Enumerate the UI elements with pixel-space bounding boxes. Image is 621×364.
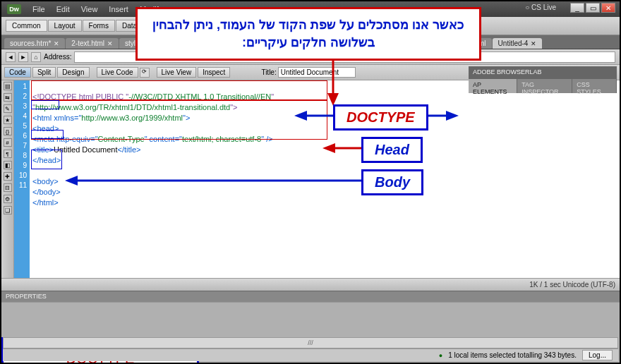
- tab-common[interactable]: Common: [6, 20, 47, 32]
- forward-icon[interactable]: ►: [18, 52, 28, 62]
- tool-icon[interactable]: ⚙: [4, 195, 12, 203]
- highlight-head-close: [31, 130, 64, 139]
- arrow-left-icon: [294, 109, 337, 123]
- minimize-button[interactable]: _: [570, 3, 584, 13]
- tool-icon[interactable]: ¶: [4, 150, 12, 158]
- status-info: 1K / 1 sec Unicode (UTF-8): [529, 281, 615, 289]
- panel-browserlab[interactable]: ADOBE BROWSERLAB: [469, 66, 617, 79]
- footer-bar: ● 1 local items selected totalling 343 b…: [3, 348, 618, 361]
- line-gutter: 1234567891011: [14, 80, 30, 278]
- close-icon[interactable]: ✕: [54, 40, 59, 47]
- highlight-head-open: [31, 100, 59, 109]
- menu-file[interactable]: File: [28, 5, 49, 13]
- menu-insert[interactable]: Insert: [104, 5, 133, 13]
- status-bar: 1K / 1 sec Unicode (UTF-8): [1, 278, 620, 291]
- app-logo: Dw: [7, 4, 21, 14]
- bottom-strip: ///: [3, 337, 618, 348]
- svg-marker-9: [65, 176, 78, 186]
- svg-marker-5: [446, 111, 459, 121]
- properties-panel: [1, 302, 620, 337]
- callout-doctype-label: DOCTYPE: [333, 104, 428, 131]
- doc-tab[interactable]: sources.htm*✕: [4, 38, 65, 49]
- tool-icon[interactable]: ✎: [4, 104, 12, 113]
- tab-layout[interactable]: Layout: [48, 20, 82, 32]
- highlight-body: [31, 150, 62, 169]
- svg-marker-7: [322, 143, 335, 153]
- highlight-doctype: [31, 80, 327, 100]
- code-toolbar: ▤ ⇆ ✎ ★ {} # ¶ ◧ ✚ ⊟ ⚙ ❏: [1, 80, 14, 278]
- close-icon[interactable]: ✕: [531, 40, 536, 47]
- menu-edit[interactable]: Edit: [52, 5, 74, 13]
- properties-title[interactable]: PROPERTIES: [1, 291, 620, 302]
- view-design-button[interactable]: Design: [57, 67, 89, 78]
- tool-icon[interactable]: ⇆: [4, 93, 12, 102]
- tab-forms[interactable]: Forms: [83, 20, 115, 32]
- callout-top: כאשר אנו מסתכלים על שפת הקוד של העמוד, נ…: [135, 7, 481, 61]
- footer-message: 1 local items selected totalling 343 byt…: [448, 351, 577, 359]
- tool-icon[interactable]: ▤: [4, 82, 12, 90]
- arrow-right-icon: [423, 109, 459, 123]
- close-icon[interactable]: ✕: [107, 40, 113, 47]
- home-icon[interactable]: ⌂: [31, 52, 41, 62]
- tool-icon[interactable]: ❏: [4, 206, 12, 214]
- menu-view[interactable]: View: [77, 5, 102, 13]
- log-button[interactable]: Log...: [582, 350, 613, 360]
- tool-icon[interactable]: ⊟: [4, 183, 12, 192]
- tool-icon[interactable]: ◧: [4, 161, 12, 169]
- callout-head-label: Head: [361, 137, 423, 163]
- close-button[interactable]: ✕: [601, 3, 615, 13]
- arrow-left-icon: [322, 141, 365, 155]
- live-code-button[interactable]: Live Code: [97, 67, 138, 78]
- tool-icon[interactable]: #: [4, 138, 12, 147]
- back-icon[interactable]: ◄: [6, 52, 16, 62]
- view-code-button[interactable]: Code: [4, 67, 31, 78]
- callout-body-label: Body: [361, 169, 423, 195]
- inspect-button[interactable]: Inspect: [198, 67, 230, 78]
- title-label: Title:: [261, 68, 276, 76]
- cslive-label[interactable]: CS Live: [525, 4, 556, 11]
- highlight-head-block: [31, 100, 327, 140]
- live-view-button[interactable]: Live View: [157, 67, 197, 78]
- tool-icon[interactable]: ★: [4, 116, 12, 124]
- window-controls: _ ▭ ✕: [570, 3, 615, 13]
- view-split-button[interactable]: Split: [32, 67, 56, 78]
- tool-icon[interactable]: ✚: [4, 172, 12, 181]
- refresh-icon[interactable]: ⟳: [140, 68, 150, 78]
- maximize-button[interactable]: ▭: [586, 3, 600, 13]
- tool-icon[interactable]: {}: [4, 127, 12, 135]
- address-label: Address:: [44, 53, 71, 61]
- arrow-left-icon: [65, 174, 365, 188]
- doc-tab[interactable]: 2-text.html✕: [66, 38, 119, 49]
- svg-marker-3: [294, 111, 307, 121]
- doc-tab-active[interactable]: Untitled-4✕: [493, 38, 543, 49]
